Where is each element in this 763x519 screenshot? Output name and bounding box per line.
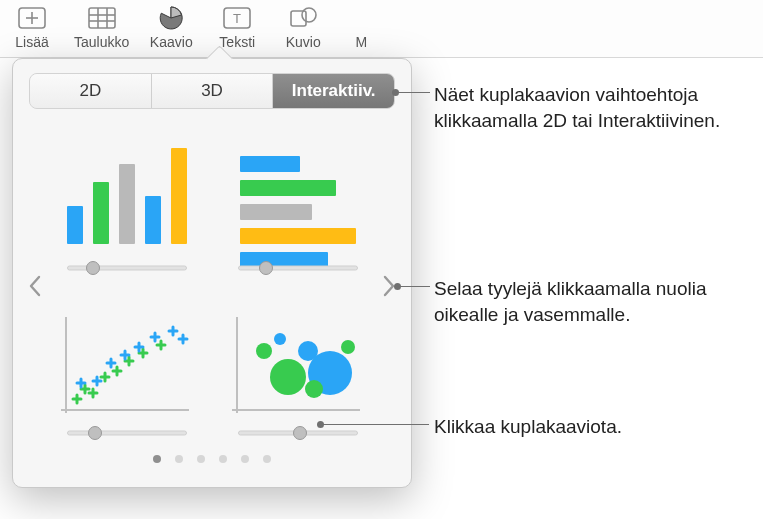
column-chart-thumb [59, 146, 195, 250]
page-dot[interactable] [263, 455, 271, 463]
toolbar-shape[interactable]: Kuvio [279, 4, 327, 50]
toolbar-label: Kaavio [150, 34, 193, 50]
page-dot[interactable] [241, 455, 249, 463]
tab-3d[interactable]: 3D [152, 74, 274, 108]
toolbar: Lisää Taulukko Kaavio T Teksti [0, 0, 763, 58]
chart-type-segmented: 2D 3D Interaktiiv. [29, 73, 395, 109]
toolbar-table[interactable]: Taulukko [74, 4, 129, 50]
chart-style-carousel [29, 131, 395, 441]
svg-rect-3 [89, 8, 115, 28]
toolbar-text[interactable]: T Teksti [213, 4, 261, 50]
svg-point-44 [256, 343, 272, 359]
page-dot[interactable] [219, 455, 227, 463]
shape-icon [287, 4, 319, 32]
toolbar-chart[interactable]: Kaavio [147, 4, 195, 50]
bubble-chart-thumb [230, 311, 366, 415]
svg-point-49 [305, 380, 323, 398]
chart-style-bubble[interactable] [224, 296, 371, 441]
toolbar-label: M [355, 34, 367, 50]
bar-chart-thumb [230, 146, 366, 250]
carousel-prev[interactable] [23, 266, 47, 306]
page-dot[interactable] [197, 455, 205, 463]
style-slider[interactable] [67, 425, 187, 441]
callout-bottom: Klikkaa kuplakaaviota. [434, 414, 754, 440]
scatter-chart-thumb [59, 311, 195, 415]
svg-point-45 [270, 359, 306, 395]
tab-interactive[interactable]: Interaktiiv. [273, 74, 394, 108]
chart-style-scatter[interactable] [53, 296, 200, 441]
callout-top: Näet kuplakaavion vaihtoehtoja klikkaama… [434, 82, 754, 133]
svg-point-46 [274, 333, 286, 345]
svg-point-11 [302, 8, 316, 22]
toolbar-more[interactable]: M [345, 4, 377, 50]
callout-mid: Selaa tyylejä klikkaamalla nuolia oikeal… [434, 276, 754, 327]
style-slider[interactable] [238, 425, 358, 441]
more-icon [345, 4, 377, 32]
callout-text: Näet kuplakaavion vaihtoehtoja klikkaama… [434, 84, 720, 131]
toolbar-insert[interactable]: Lisää [8, 4, 56, 50]
callout-text: Selaa tyylejä klikkaamalla nuolia oikeal… [434, 278, 706, 325]
chart-style-column[interactable] [53, 131, 200, 276]
svg-text:T: T [233, 11, 241, 26]
chart-icon [155, 4, 187, 32]
page-dot[interactable] [153, 455, 161, 463]
style-slider[interactable] [238, 260, 358, 276]
style-slider[interactable] [67, 260, 187, 276]
svg-point-50 [341, 340, 355, 354]
callout-text: Klikkaa kuplakaaviota. [434, 416, 622, 437]
pager-dots[interactable] [29, 455, 395, 463]
table-icon [86, 4, 118, 32]
tab-2d[interactable]: 2D [30, 74, 152, 108]
toolbar-label: Lisää [15, 34, 48, 50]
toolbar-label: Teksti [219, 34, 255, 50]
text-icon: T [221, 4, 253, 32]
insert-icon [16, 4, 48, 32]
toolbar-label: Kuvio [286, 34, 321, 50]
page-dot[interactable] [175, 455, 183, 463]
chart-style-bar[interactable] [224, 131, 371, 276]
chart-grid [29, 131, 395, 441]
toolbar-label: Taulukko [74, 34, 129, 50]
